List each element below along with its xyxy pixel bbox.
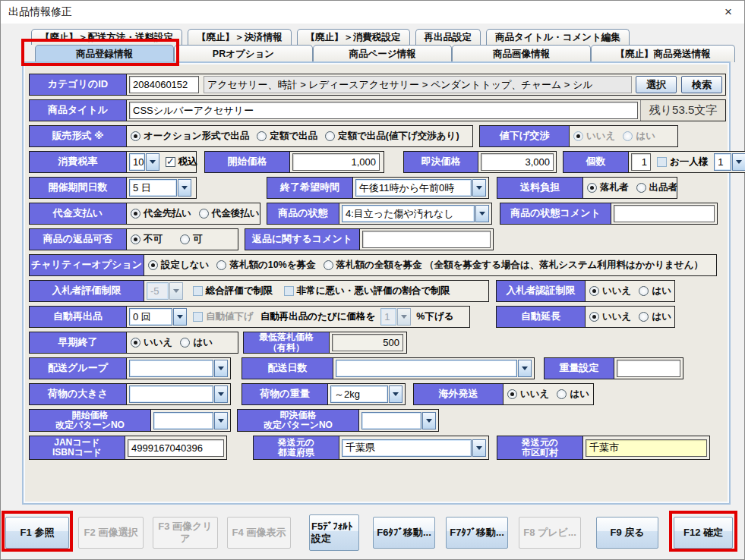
tab-discontinued-shipping-settings[interactable]: 【廃止】＞配送方法・送料設定 (31, 29, 182, 45)
delivery-group-label: 配送グループ (30, 358, 127, 379)
overall-rating-checkbox[interactable]: 総合評価で制限 (193, 285, 273, 297)
bad-rating-ratio-checkbox[interactable]: 非常に悪い・悪い評価の割合で制限 (284, 285, 450, 297)
radio-icon (623, 131, 633, 141)
tab-discontinued-payment-info[interactable]: 【廃止】＞決済情報 (188, 29, 292, 45)
weight-setting-input[interactable] (617, 360, 680, 377)
start-price-group: 開始価格 1,000 (204, 151, 384, 173)
radio-early-yes[interactable]: はい (180, 336, 213, 349)
start-price-input[interactable]: 1,000 (292, 153, 380, 171)
radio-extend-yes[interactable]: はい (639, 310, 671, 323)
radio-charity-full[interactable]: 落札額の全額を募金 （全額を募金する場合は、落札システム利用料はかかりません） (324, 259, 703, 272)
delivery-days-label: 配送日数 (242, 358, 333, 379)
radio-nego-yes[interactable]: はい (623, 130, 655, 143)
category-search-button[interactable]: 検索 (681, 76, 722, 93)
tax-rate-dropdown[interactable]: 10 (129, 153, 159, 171)
min-price-input[interactable]: 500 (332, 334, 403, 351)
radio-icon (180, 234, 190, 244)
radio-auction-format[interactable]: オークション形式で出品 (131, 130, 249, 143)
tab-title-comment-edit[interactable]: 商品タイトル・コメント編集 (486, 29, 630, 45)
quantity-input[interactable]: 1 (631, 153, 651, 171)
radio-auth-yes[interactable]: はい (639, 285, 671, 297)
auto-resubmit-dropdown[interactable]: 0 回 (129, 308, 187, 326)
close-icon[interactable]: × (712, 5, 744, 20)
condition-comment-group: 商品の状態コメント (500, 203, 718, 225)
tab-resubmit-settings[interactable]: 再出品設定 (415, 29, 481, 45)
jan-code-input[interactable]: 4999167040396 (128, 439, 224, 457)
delivery-days-dropdown[interactable] (336, 360, 532, 377)
radio-pay-after[interactable]: 代金後払い (199, 207, 260, 220)
rating-limit-dropdown[interactable]: -5 (147, 282, 183, 300)
package-weight-dropdown[interactable]: ～2kg (330, 385, 402, 403)
package-size-label: 荷物の大きさ (30, 384, 127, 404)
radio-return-yes[interactable]: 可 (180, 233, 203, 246)
sale-format-group: 販売形式 ※ オークション形式で出品 定額で出品 定額で出品(値下げ交渉あり) (29, 125, 473, 147)
tab-pr-option[interactable]: PRオプション (174, 45, 313, 62)
f5-default-settings-button[interactable]: F5ﾃﾞﾌｫﾙﾄ 設定 (309, 514, 359, 551)
package-size-dropdown[interactable] (129, 385, 228, 403)
rating-limit-label: 入札者評価制限 (30, 281, 144, 301)
buyout-price-input[interactable]: 3,000 (481, 153, 554, 171)
product-title-group: 商品タイトル CSSシルバーアクセサリー 残り53.5文字 (29, 99, 726, 121)
radio-charity-10pct[interactable]: 落札額の10%を募金 (216, 259, 315, 272)
radio-overseas-yes[interactable]: はい (557, 388, 589, 401)
f7-tab-move-button[interactable]: F7ﾀﾌﾞ移動... (446, 517, 508, 549)
per-person-checkbox[interactable]: お一人様 (657, 156, 708, 168)
radio-fee-seller[interactable]: 出品者 (636, 181, 678, 194)
checkbox-icon (193, 312, 203, 322)
discount-percent-dropdown[interactable]: 1 (380, 308, 411, 326)
city-input[interactable]: 千葉市 (586, 439, 707, 457)
radio-nego-no[interactable]: いいえ (573, 130, 615, 143)
radio-fixed-price[interactable]: 定額で出品 (257, 130, 317, 143)
condition-dropdown[interactable]: 4:目立った傷や汚れなし (342, 205, 489, 222)
radio-icon (180, 338, 190, 348)
category-id-input[interactable]: 2084060152 (129, 76, 199, 93)
app-window: 出品情報修正 × 【廃止】＞配送方法・送料設定 【廃止】＞決済情報 【廃止】＞消… (0, 0, 745, 560)
category-select-button[interactable]: 選択 (636, 76, 677, 93)
product-title-input[interactable]: CSSシルバーアクセサリー (129, 102, 638, 119)
radio-auth-no[interactable]: いいえ (589, 285, 631, 297)
radio-pay-before[interactable]: 代金先払い (131, 207, 191, 220)
return-comment-input[interactable] (362, 231, 491, 248)
tab-product-page-info[interactable]: 商品ページ情報 (313, 45, 452, 62)
radio-fixed-price-nego[interactable]: 定額で出品(値下げ交渉あり) (325, 130, 459, 143)
auto-resubmit-text: 自動再出品のたびに価格を (260, 310, 375, 323)
tab-discontinued-tax-settings[interactable]: 【廃止】＞消費税設定 (297, 29, 410, 45)
duration-dropdown[interactable]: 5 日 (129, 179, 191, 197)
prefecture-dropdown[interactable]: 千葉県 (342, 439, 486, 457)
condition-comment-label: 商品の状態コメント (500, 203, 611, 224)
radio-overseas-no[interactable]: いいえ (507, 388, 549, 401)
chevron-down-icon (389, 385, 402, 403)
buyout-pattern-group: 即決価格 改定パターンNO (237, 409, 439, 432)
per-person-count-dropdown[interactable]: 1 (714, 153, 745, 171)
end-time-dropdown[interactable]: 午後11時から午前0時 (355, 179, 486, 197)
footer-button-bar: F1 参照 F2 画像選択 F3 画像クリア F4 画像表示 F5ﾃﾞﾌｫﾙﾄ … (1, 505, 745, 560)
auth-limit-group: 入札者認証制限 いいえ はい (496, 280, 675, 302)
form-panel: カテゴリのID 2084060152 アクセサリー、時計 > レディースアクセサ… (22, 61, 731, 505)
tab-product-image-info[interactable]: 商品画像情報 (452, 45, 591, 62)
buyout-pattern-dropdown[interactable] (361, 412, 436, 429)
tab-product-registration[interactable]: 商品登録情報 (35, 45, 174, 62)
chevron-down-icon (422, 412, 436, 429)
shipping-fee-label: 送料負担 (497, 178, 583, 198)
f1-reference-button[interactable]: F1 参照 (5, 517, 69, 549)
delivery-group-dropdown[interactable] (129, 360, 228, 377)
condition-group: 商品の状態 4:目立った傷や汚れなし (267, 203, 492, 225)
start-pattern-dropdown[interactable] (153, 412, 228, 429)
delivery-group-group: 配送グループ (29, 357, 231, 379)
sale-format-label: 販売形式 ※ (30, 126, 127, 146)
radio-fee-winner[interactable]: 落札者 (587, 181, 629, 194)
condition-comment-input[interactable] (614, 205, 715, 222)
radio-return-no[interactable]: 不可 (131, 233, 163, 246)
tab-discontinued-product-shipping[interactable]: 【廃止】商品発送情報 (591, 45, 735, 62)
radio-extend-no[interactable]: いいえ (589, 310, 631, 323)
auto-discount-checkbox[interactable]: 自動値下げ (193, 310, 254, 323)
radio-charity-none[interactable]: 設定しない (148, 259, 209, 272)
f9-back-button[interactable]: F9 戻る (596, 517, 658, 549)
tab-strip-top: 【廃止】＞配送方法・送料設定 【廃止】＞決済情報 【廃止】＞消費税設定 再出品設… (1, 29, 630, 45)
f12-confirm-button[interactable]: F12 確定 (674, 517, 733, 549)
radio-early-no[interactable]: いいえ (131, 336, 172, 349)
radio-icon (589, 312, 599, 322)
tax-included-checkbox[interactable]: 税込 (166, 156, 197, 168)
f6-tab-move-button[interactable]: F6ﾀﾌﾞ移動... (373, 517, 435, 549)
jan-code-group: JANコード ISBNコード 4999167040396 (29, 436, 227, 460)
